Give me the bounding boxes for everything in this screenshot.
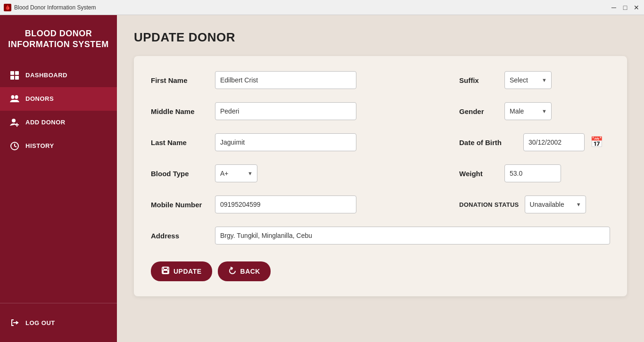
- window-title: Blood Donor Information System: [14, 4, 96, 11]
- main-content: UPDATE DONOR First Name Suffix Select Jr…: [117, 15, 644, 342]
- sidebar-item-donors[interactable]: DONORS: [0, 87, 117, 111]
- back-label: BACK: [240, 268, 260, 275]
- sidebar-item-logout[interactable]: LOG OUT: [0, 311, 117, 334]
- donation-status-label: DONATION STATUS: [459, 201, 519, 208]
- middle-name-group: Middle Name: [151, 102, 440, 120]
- logout-icon: [9, 318, 20, 328]
- app-container: BLOOD DONOR INFORMATION SYSTEM DASHBOARD: [0, 15, 644, 342]
- dashboard-icon: [9, 70, 20, 81]
- svg-rect-8: [164, 267, 167, 269]
- suffix-label: Suffix: [459, 76, 497, 84]
- last-name-label: Last Name: [151, 138, 207, 147]
- donation-status-group: DONATION STATUS Available Unavailable: [459, 195, 610, 213]
- sidebar-item-dashboard[interactable]: DASHBOARD: [0, 64, 117, 87]
- middle-name-label: Middle Name: [151, 107, 207, 115]
- form-row-4: Blood Type A+ A- B+ B- O+ O- AB+ AB-: [151, 164, 610, 182]
- minimize-button[interactable]: ─: [610, 4, 618, 11]
- sidebar-label-history: HISTORY: [25, 142, 54, 149]
- mobile-label: Mobile Number: [151, 201, 207, 209]
- first-name-group: First Name: [151, 71, 440, 89]
- sidebar-label-add-donor: ADD DONOR: [25, 119, 66, 126]
- update-label: UPDATE: [173, 268, 202, 275]
- svg-rect-9: [163, 270, 168, 273]
- sidebar-title: BLOOD DONOR INFORMATION SYSTEM: [0, 15, 117, 60]
- title-bar-left: Blood Donor Information System: [4, 4, 96, 11]
- update-button[interactable]: UPDATE: [151, 261, 212, 281]
- dob-label: Date of Birth: [459, 138, 516, 147]
- donors-icon: [9, 94, 20, 104]
- form-row-5: Mobile Number DONATION STATUS Available …: [151, 195, 610, 213]
- sidebar: BLOOD DONOR INFORMATION SYSTEM DASHBOARD: [0, 15, 117, 342]
- update-icon: [161, 266, 170, 277]
- last-name-group: Last Name: [151, 133, 440, 151]
- sidebar-label-dashboard: DASHBOARD: [25, 72, 67, 79]
- blood-type-group: Blood Type A+ A- B+ B- O+ O- AB+ AB-: [151, 164, 440, 182]
- sidebar-nav: DASHBOARD DONORS: [0, 60, 117, 303]
- blood-type-select[interactable]: A+ A- B+ B- O+ O- AB+ AB-: [215, 164, 257, 182]
- title-bar: Blood Donor Information System ─ □ ✕: [0, 0, 644, 15]
- maximize-button[interactable]: □: [621, 4, 629, 11]
- gender-label: Gender: [459, 107, 497, 115]
- dob-input[interactable]: [523, 133, 585, 151]
- svg-point-0: [11, 95, 15, 99]
- form-row-1: First Name Suffix Select Jr. Sr. II III: [151, 71, 610, 89]
- suffix-select[interactable]: Select Jr. Sr. II III: [504, 71, 552, 89]
- weight-group: Weight: [459, 164, 610, 182]
- dob-group: Date of Birth 📅: [459, 133, 610, 151]
- address-row: Address: [151, 227, 610, 244]
- weight-label: Weight: [459, 170, 497, 178]
- gender-select-wrapper: Male Female: [504, 102, 552, 120]
- sidebar-label-donors: DONORS: [25, 95, 54, 102]
- suffix-select-wrapper: Select Jr. Sr. II III: [504, 71, 552, 89]
- back-button[interactable]: BACK: [218, 261, 271, 281]
- back-icon: [228, 266, 237, 277]
- sidebar-item-add-donor[interactable]: ADD DONOR: [0, 111, 117, 134]
- mobile-group: Mobile Number: [151, 195, 440, 213]
- close-button[interactable]: ✕: [633, 4, 640, 11]
- weight-input[interactable]: [504, 164, 561, 182]
- address-label: Address: [151, 232, 207, 240]
- calendar-button[interactable]: 📅: [587, 133, 605, 151]
- svg-point-2: [12, 119, 16, 122]
- sidebar-label-logout: LOG OUT: [25, 319, 55, 326]
- svg-point-1: [15, 95, 18, 99]
- page-title: UPDATE DONOR: [134, 30, 627, 45]
- mobile-input[interactable]: [215, 195, 356, 213]
- blood-type-label: Blood Type: [151, 170, 207, 178]
- dob-wrapper: 📅: [523, 133, 605, 151]
- window-controls: ─ □ ✕: [610, 4, 640, 11]
- first-name-label: First Name: [151, 76, 207, 84]
- sidebar-bottom: LOG OUT: [0, 303, 117, 342]
- middle-name-input[interactable]: [215, 102, 356, 120]
- form-row-2: Middle Name Gender Male Female: [151, 102, 610, 120]
- donation-status-select[interactable]: Available Unavailable: [525, 195, 586, 213]
- app-icon: [4, 4, 11, 11]
- gender-group: Gender Male Female: [459, 102, 610, 120]
- gender-select[interactable]: Male Female: [504, 102, 552, 120]
- button-row: UPDATE BACK: [151, 261, 610, 281]
- donation-status-select-wrapper: Available Unavailable: [525, 195, 586, 213]
- suffix-group: Suffix Select Jr. Sr. II III: [459, 71, 610, 89]
- first-name-input[interactable]: [215, 71, 356, 89]
- last-name-input[interactable]: [215, 133, 356, 151]
- address-input[interactable]: [215, 227, 610, 244]
- form-card: First Name Suffix Select Jr. Sr. II III: [134, 56, 627, 296]
- form-row-3: Last Name Date of Birth 📅: [151, 133, 610, 151]
- sidebar-item-history[interactable]: HISTORY: [0, 134, 117, 158]
- history-icon: [9, 141, 20, 151]
- blood-type-select-wrapper: A+ A- B+ B- O+ O- AB+ AB-: [215, 164, 257, 182]
- add-donor-icon: [9, 117, 20, 128]
